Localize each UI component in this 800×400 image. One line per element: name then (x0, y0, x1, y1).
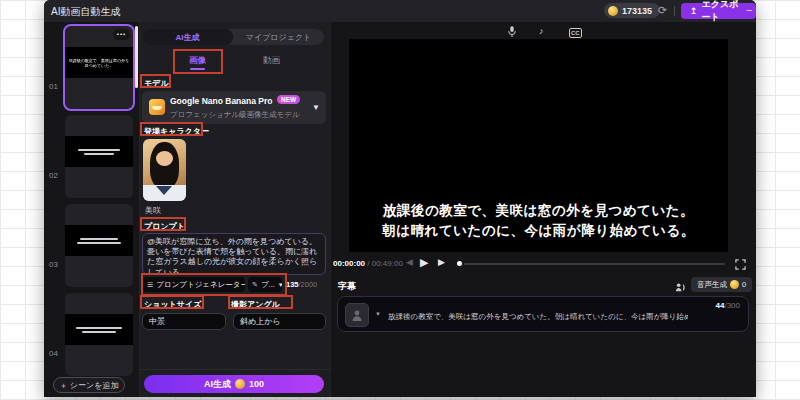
captions-label: 字幕 (338, 280, 356, 293)
coin-icon (235, 379, 245, 389)
tab-my-projects[interactable]: マイプロジェクト (233, 29, 324, 45)
minimize-icon[interactable]: − (746, 4, 752, 17)
coin-icon (608, 6, 618, 16)
video-subtitle-line2: 朝は晴れていたのに、今は雨が降り始めている。 (349, 222, 728, 240)
prev-frame-icon[interactable]: ◀ (406, 257, 413, 267)
scene-sidebar: 01 放課後の教室で、美咲は窓の外を見つめていた。 ••• 02 03 04 ＋… (44, 22, 140, 397)
new-badge: NEW (277, 95, 300, 104)
seek-bar[interactable] (459, 263, 725, 265)
toolbar-divider (674, 6, 675, 16)
title-bar: AI動画自動生成 173135 ⟳ ↥ エクスポート − ▢ ✕ (44, 0, 756, 22)
camera-angle-label: 撮影アングル (231, 299, 280, 310)
coin-icon (730, 280, 739, 289)
character-card[interactable] (143, 139, 186, 201)
model-selector[interactable]: Google Nano Banana Pro NEW プロフェッショナル級画像生… (142, 91, 326, 124)
prompt-char-count: 135/2000 (286, 280, 317, 289)
subtab-image[interactable]: 画像 (189, 55, 206, 67)
credits-count: 173135 (622, 6, 652, 16)
credits-badge[interactable]: 173135 (604, 3, 660, 18)
camera-angle-select[interactable]: 斜め上から (233, 313, 326, 330)
chevron-down-icon: ▼ (312, 103, 320, 112)
caption-char-count: 44/300 (716, 301, 740, 310)
list-icon: ☰ (147, 281, 153, 289)
generator-panel: AI生成 マイプロジェクト 画像 動画 モデル Google Nano Bana… (140, 22, 330, 397)
app-window: AI動画自動生成 173135 ⟳ ↥ エクスポート − ▢ ✕ 01 放課後の… (44, 0, 756, 397)
scene-number: 03 (49, 260, 58, 269)
character-name: 美咲 (145, 205, 161, 216)
export-button[interactable]: ↥ エクスポート (681, 3, 756, 19)
next-frame-icon[interactable]: ▶ (438, 257, 445, 267)
fullscreen-icon[interactable] (735, 256, 746, 274)
shot-size-label: ショットサイズ (144, 299, 201, 310)
refresh-icon[interactable]: ⟳ (658, 4, 667, 17)
tag-icon: ✎ (252, 281, 258, 289)
microphone-icon[interactable] (507, 26, 517, 40)
play-icon[interactable]: ▶ (420, 256, 428, 269)
caption-text[interactable]: 放課後の教室で、美咲は窓の外を見つめていた。朝は晴れていたのに、今は雨が降り始め… (388, 312, 688, 322)
desktop-grid-background: AI動画自動生成 173135 ⟳ ↥ エクスポート − ▢ ✕ 01 放課後の… (0, 0, 800, 400)
chevron-down-icon[interactable]: ▼ (375, 311, 381, 317)
add-scene-button[interactable]: ＋ シーンを追加 (53, 377, 125, 393)
captions-cc-icon[interactable]: CC (569, 28, 582, 38)
scene-number: 02 (49, 171, 58, 180)
tab-switcher: AI生成 マイプロジェクト (142, 29, 324, 45)
scene-thumbnail-2[interactable] (65, 115, 133, 198)
ai-generate-button[interactable]: AI生成 100 (144, 375, 324, 393)
scene-thumbnail-3[interactable] (65, 204, 133, 287)
shot-size-select[interactable]: 中景 (142, 313, 226, 330)
model-banana-icon (149, 99, 165, 115)
export-icon: ↥ (690, 6, 698, 16)
tab-ai-generate[interactable]: AI生成 (142, 29, 233, 45)
preview-panel: ♪ CC 放課後の教室で、美咲は窓の外を見つめていた。 朝は晴れていたのに、今は… (330, 22, 756, 397)
voice-speaker-icon[interactable] (675, 279, 686, 297)
subtab-underline (190, 68, 205, 70)
model-name: Google Nano Banana Pro (170, 96, 273, 106)
subtab-video[interactable]: 動画 (263, 55, 280, 67)
character-label: 登場キャラクター (144, 126, 209, 137)
scene-thumbnail-4[interactable] (65, 293, 133, 376)
prompt-style-dropdown[interactable]: ✎ ブ... ▼ (248, 277, 282, 292)
video-subtitle-line1: 放課後の教室で、美咲は窓の外を見つめていた。 (349, 202, 728, 220)
app-title: AI動画自動生成 (51, 5, 120, 19)
caption-row[interactable]: ▼ 放課後の教室で、美咲は窓の外を見つめていた。朝は晴れていたのに、今は雨が降り… (337, 296, 749, 332)
scene-number: 04 (49, 349, 58, 358)
scene-caption: 放課後の教室で、美咲は窓の外を見つめていた。 (65, 58, 133, 68)
seek-knob[interactable] (455, 259, 464, 268)
prompt-label: プロンプト (144, 221, 185, 232)
voice-generate-button[interactable]: 音声生成 0 (691, 277, 752, 292)
chevron-down-icon: ▼ (278, 282, 282, 288)
model-label: モデル (144, 78, 169, 89)
scene-number: 01 (49, 82, 58, 91)
prompt-generator-dropdown[interactable]: ☰ プロンプトジェネレーター ▼ (143, 277, 245, 292)
timecode: 00:00:00 / 00:49:00 (333, 259, 403, 268)
scene-thumbnail-1[interactable]: 放課後の教室で、美咲は窓の外を見つめていた。 ••• (65, 26, 133, 109)
model-description: プロフェッショナル級画像生成モデル (170, 110, 300, 120)
video-preview[interactable]: 放課後の教室で、美咲は窓の外を見つめていた。 朝は晴れていたのに、今は雨が降り始… (349, 39, 728, 252)
sidebar-scrollbar[interactable] (135, 26, 138, 88)
prompt-textarea[interactable]: @美咲が窓際に立ち、外の雨を見つめている。憂いを帯びた表情で頬を触っている。雨に… (142, 233, 326, 275)
music-icon[interactable]: ♪ (539, 26, 544, 36)
more-icon[interactable]: ••• (113, 29, 130, 40)
caption-avatar[interactable] (345, 303, 369, 327)
